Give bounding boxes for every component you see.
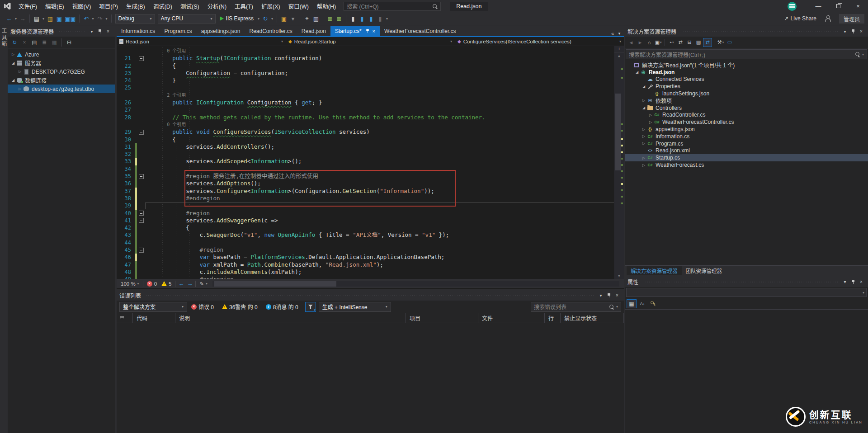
document-tab[interactable]: Read.json [297,26,330,36]
fold-collapse-icon[interactable] [139,130,144,135]
open-file-icon[interactable]: ▥ [46,14,55,24]
pin-button[interactable] [605,291,613,299]
editor-errors-indicator[interactable]: 0 [145,279,159,288]
server-tree-item[interactable]: ▷DESKTOP-AC7G2EG [8,67,115,76]
code-line[interactable]: 33 services.AddScoped<Information>(); [117,158,624,165]
collapse-all-icon[interactable]: ⊟ [685,38,694,47]
warnings-filter-button[interactable]: 36警告 的 0 [218,303,262,311]
error-scope-combo[interactable]: 整个解决方案▾ [119,302,187,312]
solution-explorer-titlebar[interactable]: 解决方案资源管理器 ▾ × [625,26,868,37]
solution-tree-item[interactable]: <>Read.json.xml [625,147,868,155]
code-line[interactable]: 48 c.IncludeXmlComments(xmlPath); [117,268,624,276]
pending-changes-filter-icon[interactable]: ◔▾ [667,38,676,47]
preview-selected-items-icon[interactable]: ▭ [725,38,734,47]
tab-list-icon[interactable]: ▼ [618,32,621,36]
clipboard-icon[interactable]: ▥ [311,14,321,24]
code-line[interactable]: 29 public void ConfigureServices(IServic… [117,128,624,136]
editor-warnings-indicator[interactable]: 5 [159,279,174,288]
chevron-down-icon[interactable]: ▾ [104,17,109,21]
document-tab[interactable]: Information.cs [117,26,160,36]
server-tree-item[interactable]: ▷desktop-ac7g2eg.test.dbo [8,85,115,93]
code-line[interactable]: 39 [117,202,624,209]
solution-tree-item[interactable]: {}launchSettings.json [625,90,868,97]
code-line[interactable]: 45 #region [117,246,624,254]
scroll-thumb[interactable] [615,94,621,170]
code-line[interactable]: 24 } [117,77,624,84]
find-in-files-icon[interactable]: ⌖ [302,14,311,24]
collapsed-arrow-icon[interactable]: ▷ [17,70,23,74]
forward-icon[interactable]: ► [636,38,645,47]
live-share-button[interactable]: ↗Live Share [784,15,816,22]
breadcrumb-segment[interactable]: ◆Read.json.Startup▾ [286,37,455,46]
code-line[interactable]: 22 { [117,62,624,70]
collapsed-arrow-icon[interactable]: ▷ [641,141,646,146]
tool-window-tab[interactable]: 解决方案资源管理器 [627,266,682,275]
code-line[interactable]: 47 var xmlPath = Path.Combine(basePath, … [117,261,624,268]
object-selector-combo[interactable]: ▾ [626,288,867,297]
window-position-icon[interactable]: ▾ [841,27,849,35]
solution-tree-item[interactable]: ▷⊞依赖项 [625,97,868,104]
collapsed-arrow-icon[interactable]: ▷ [10,52,16,56]
menu-item[interactable]: 帮助(H) [313,0,340,12]
code-line[interactable]: 25 [117,84,624,91]
menu-item[interactable]: 调试(D) [149,0,176,12]
code-line[interactable]: 27 [117,106,624,113]
scroll-up-icon[interactable]: ▲ [614,52,624,59]
expanded-arrow-icon[interactable]: ◢ [634,70,640,74]
document-health-icon[interactable]: ✎▾ [197,279,210,288]
save-icon[interactable]: ▣ [55,14,64,24]
navigate-forward-icon[interactable]: → [185,280,194,287]
code-line[interactable]: 35 #region 服务注册,在控制器中通过注入的形式使用 [117,173,624,180]
server-tree-item[interactable]: ◢数据连接 [8,76,115,85]
restore-button[interactable] [828,0,848,12]
code-line[interactable]: 30 { [117,136,624,143]
redo-icon[interactable]: ↷ [95,14,104,24]
expanded-arrow-icon[interactable]: ◢ [10,78,16,82]
show-all-files-icon[interactable]: ▤ [694,38,703,47]
window-position-icon[interactable]: ▾ [88,27,96,35]
more-options-icon[interactable]: ▾ [288,14,297,24]
connect-to-sharepoint-icon[interactable]: ▦ [49,38,59,47]
error-list-titlebar[interactable]: 错误列表 ▾ × [117,290,624,301]
breadcrumb-segment[interactable]: ◆ConfigureServices(IServiceCollection se… [455,37,624,46]
close-panel-button[interactable]: × [613,291,621,299]
column-header[interactable]: 禁止显示状态 [561,313,624,323]
start-debug-button[interactable]: IIS Express [217,14,256,24]
code-line[interactable]: 32 [117,151,624,158]
nav-back-icon[interactable]: ← [5,14,14,24]
column-header[interactable]: 说明 [175,313,406,323]
column-header[interactable]: 项目 [406,313,478,323]
fold-collapse-icon[interactable] [139,56,144,61]
collapsed-arrow-icon[interactable]: ▷ [641,99,646,103]
code-line[interactable]: 23 Configuration = configuration; [117,70,624,77]
chevron-down-icon[interactable]: ▾ [270,17,274,21]
solution-tree-item[interactable]: 解决方案"Read.json"(1 个项目/共 1 个) [625,61,868,69]
categorized-view-button[interactable]: ▦ [627,299,637,308]
feedback-icon[interactable] [825,15,831,22]
solution-tree-item[interactable]: ▷C#Information.cs [625,133,868,140]
column-header[interactable]: 行 [545,313,561,323]
splitter-grip-icon[interactable]: + [614,46,624,52]
menu-item[interactable]: 项目(P) [95,0,122,12]
data-connections-view-icon[interactable]: ⊟ [64,38,74,47]
close-tab-icon[interactable]: × [373,28,375,34]
alphabetical-sort-button[interactable]: A↓ [637,299,647,308]
tab-overflow-icon[interactable]: « [611,31,614,36]
solution-tree-item[interactable]: ◢Properties [625,83,868,90]
codelens-line[interactable]: 0 个引用 [117,121,624,128]
column-header[interactable]: 代码 [133,313,175,323]
menu-item[interactable]: 编辑(E) [41,0,68,12]
fold-collapse-icon[interactable] [139,211,144,216]
menu-item[interactable]: 生成(B) [122,0,149,12]
code-line[interactable]: 40 #region [117,210,624,217]
scroll-track[interactable] [614,60,624,273]
code-line[interactable]: 31 services.AddControllers(); [117,143,624,151]
solution-tree-item[interactable]: ▷C#ReadController.cs [625,112,868,119]
column-header[interactable] [117,313,133,323]
document-tab[interactable]: WeatherForecastController.cs [380,26,461,36]
pin-button[interactable] [849,27,857,35]
menu-item[interactable]: 扩展(X) [257,0,284,12]
navigate-back-icon[interactable]: ← [177,280,185,287]
error-list-search-box[interactable]: 搜索错误列表 ▾ [531,302,621,312]
pin-icon[interactable] [365,29,369,33]
